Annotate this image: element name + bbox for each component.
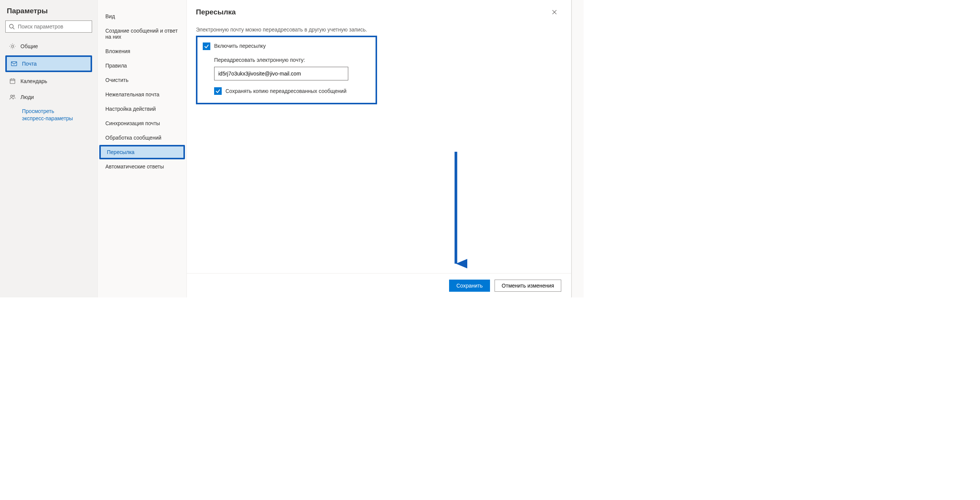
close-button[interactable] — [548, 6, 560, 18]
subnav-message-handling[interactable]: Обработка сообщений — [98, 131, 186, 145]
svg-point-8 — [11, 95, 13, 97]
subnav-attachments[interactable]: Вложения — [98, 44, 186, 58]
subnav-junk[interactable]: Нежелательная почта — [98, 87, 186, 102]
svg-point-9 — [13, 95, 15, 96]
background-strip — [571, 0, 584, 297]
enable-forwarding-row: Включить пересылку — [203, 43, 370, 50]
svg-rect-4 — [10, 79, 15, 84]
svg-point-2 — [11, 45, 13, 47]
category-list: Общие Почта Календарь Люди Просмот — [5, 39, 92, 122]
forwarding-hint: Электронную почту можно переадресовать в… — [196, 27, 562, 33]
mail-icon — [11, 60, 18, 67]
cancel-button[interactable]: Отменить изменения — [495, 280, 561, 292]
category-calendar[interactable]: Календарь — [5, 74, 92, 88]
category-label: Почта — [22, 61, 37, 67]
category-people[interactable]: Люди — [5, 90, 92, 104]
settings-main: Пересылка Электронную почту можно переад… — [187, 0, 571, 297]
subnav-customize-actions[interactable]: Настройка действий — [98, 102, 186, 116]
gear-icon — [9, 43, 16, 50]
forward-email-input[interactable] — [214, 67, 348, 80]
people-icon — [9, 94, 16, 101]
settings-title: Параметры — [7, 7, 92, 15]
category-label: Люди — [21, 94, 34, 100]
close-icon — [552, 10, 557, 15]
main-footer: Сохранить Отменить изменения — [187, 273, 571, 297]
keep-copy-checkbox[interactable] — [214, 87, 222, 95]
save-button[interactable]: Сохранить — [449, 280, 490, 292]
page-title: Пересылка — [196, 8, 236, 16]
forwarding-highlight-box: Включить пересылку Переадресовать электр… — [196, 36, 377, 104]
keep-copy-row: Сохранять копию переадресованных сообщен… — [214, 87, 370, 95]
svg-point-0 — [10, 24, 13, 28]
subnav-sweep[interactable]: Очистить — [98, 73, 186, 87]
subnav-forwarding[interactable]: Пересылка — [99, 145, 185, 159]
subnav-compose-reply[interactable]: Создание сообщений и ответ на них — [98, 24, 186, 44]
quick-settings-link[interactable]: Просмотреть экспресс-параметры — [22, 108, 79, 122]
check-icon — [204, 44, 209, 49]
settings-subnav: Вид Создание сообщений и ответ на них Вл… — [98, 0, 187, 297]
main-header: Пересылка — [187, 0, 571, 21]
svg-line-1 — [13, 28, 14, 29]
subnav-layout[interactable]: Вид — [98, 9, 186, 24]
subnav-sync-email[interactable]: Синхронизация почты — [98, 116, 186, 131]
search-icon — [9, 24, 15, 30]
search-input-container[interactable] — [5, 21, 92, 33]
forward-details: Переадресовать электронную почту: Сохран… — [214, 57, 370, 95]
svg-rect-3 — [11, 62, 17, 66]
category-general[interactable]: Общие — [5, 40, 92, 53]
settings-dialog: Параметры Общие Почта — [0, 0, 584, 297]
enable-forwarding-label: Включить пересылку — [214, 43, 266, 49]
check-icon — [215, 88, 221, 94]
subnav-auto-replies[interactable]: Автоматические ответы — [98, 159, 186, 174]
search-input[interactable] — [18, 24, 89, 30]
enable-forwarding-checkbox[interactable] — [203, 43, 210, 50]
category-label: Общие — [21, 43, 38, 50]
main-body: Электронную почту можно переадресовать в… — [187, 21, 571, 273]
forward-to-label: Переадресовать электронную почту: — [214, 57, 370, 63]
settings-categories-sidebar: Параметры Общие Почта — [0, 0, 98, 297]
subnav-rules[interactable]: Правила — [98, 58, 186, 73]
category-label: Календарь — [21, 78, 48, 84]
calendar-icon — [9, 78, 16, 85]
category-mail[interactable]: Почта — [5, 55, 92, 72]
keep-copy-label: Сохранять копию переадресованных сообщен… — [226, 87, 346, 95]
